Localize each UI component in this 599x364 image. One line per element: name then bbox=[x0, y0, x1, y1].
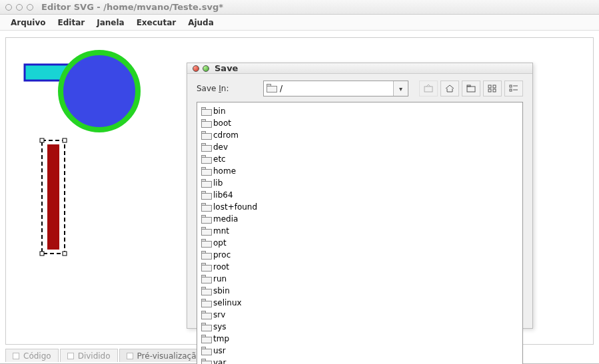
menu-arquivo[interactable]: Arquivo bbox=[5, 16, 51, 29]
save-in-value: / bbox=[279, 84, 393, 93]
save-in-combo[interactable]: / bbox=[263, 81, 408, 96]
svg-rect-2 bbox=[47, 144, 59, 250]
svg-rect-15 bbox=[510, 85, 512, 87]
tab-codigo[interactable]: Código bbox=[5, 349, 59, 362]
home-button[interactable] bbox=[440, 81, 459, 96]
folder-item[interactable]: usr bbox=[201, 345, 268, 356]
window-controls bbox=[5, 4, 33, 11]
chevron-down-icon[interactable] bbox=[393, 81, 408, 96]
folder-item[interactable]: sbin bbox=[201, 285, 268, 296]
folder-item[interactable]: opt bbox=[201, 237, 268, 248]
svg-rect-12 bbox=[493, 85, 496, 88]
folder-icon bbox=[201, 107, 211, 114]
dialog-title: Save bbox=[215, 63, 238, 73]
svg-rect-4 bbox=[40, 138, 44, 142]
folder-icon bbox=[201, 335, 211, 342]
svg-point-1 bbox=[61, 53, 138, 130]
folder-item[interactable]: cdrom bbox=[201, 129, 268, 140]
folder-icon bbox=[201, 359, 211, 364]
folder-item[interactable]: selinux bbox=[201, 297, 268, 308]
folder-icon bbox=[201, 347, 211, 354]
folder-item[interactable]: media bbox=[201, 213, 268, 224]
tab-label: Dividido bbox=[78, 351, 111, 361]
dialog-zoom-button[interactable] bbox=[203, 65, 209, 72]
folder-item[interactable]: lib64 bbox=[201, 189, 268, 200]
svg-rect-17 bbox=[510, 89, 512, 91]
folder-icon bbox=[201, 179, 211, 186]
folder-icon bbox=[201, 155, 211, 162]
folder-item[interactable]: var bbox=[201, 357, 268, 364]
folder-icon bbox=[201, 215, 211, 222]
save-in-label: Save In: bbox=[197, 84, 257, 93]
svg-rect-5 bbox=[63, 138, 67, 142]
window-titlebar: Editor SVG - /home/mvano/Teste.svg* bbox=[0, 0, 599, 15]
folder-item[interactable]: lost+found bbox=[201, 201, 268, 212]
menu-ajuda[interactable]: Ajuda bbox=[183, 16, 219, 29]
folder-item[interactable]: mnt bbox=[201, 225, 268, 236]
folder-icon bbox=[201, 239, 211, 246]
details-view-button[interactable] bbox=[504, 81, 523, 96]
window-title: Editor SVG - /home/mvano/Teste.svg* bbox=[41, 2, 223, 12]
menu-executar[interactable]: Executar bbox=[131, 16, 181, 29]
folder-item[interactable]: tmp bbox=[201, 333, 268, 344]
tab-dividido-icon bbox=[67, 353, 74, 359]
folder-item[interactable]: run bbox=[201, 273, 268, 284]
svg-rect-11 bbox=[488, 85, 491, 88]
close-window-button[interactable] bbox=[5, 4, 12, 11]
folder-item[interactable]: srv bbox=[201, 309, 268, 320]
save-in-row: Save In: Save In: / bbox=[197, 81, 523, 96]
new-folder-button[interactable] bbox=[462, 81, 480, 96]
folder-icon bbox=[201, 263, 211, 270]
tab-label: Código bbox=[23, 351, 51, 361]
dialog-close-button[interactable] bbox=[193, 65, 199, 72]
svg-rect-10 bbox=[467, 85, 470, 87]
dialog-controls bbox=[193, 65, 209, 72]
folder-item[interactable]: etc bbox=[201, 153, 268, 164]
svg-rect-13 bbox=[488, 89, 491, 92]
svg-rect-6 bbox=[40, 252, 44, 256]
folder-icon bbox=[201, 143, 211, 150]
folder-icon bbox=[201, 131, 211, 138]
tab-codigo-icon bbox=[13, 353, 19, 359]
folder-icon bbox=[264, 84, 279, 93]
folder-icon bbox=[201, 299, 211, 306]
folder-icon bbox=[201, 191, 211, 198]
folder-item[interactable]: proc bbox=[201, 249, 268, 260]
folder-icon bbox=[201, 275, 211, 282]
svg-rect-7 bbox=[63, 252, 67, 256]
folder-icon bbox=[201, 119, 211, 126]
menu-editar[interactable]: Editar bbox=[53, 16, 91, 29]
dialog-titlebar: Save bbox=[187, 63, 532, 74]
maximize-window-button[interactable] bbox=[27, 4, 33, 11]
folder-icon bbox=[201, 227, 211, 234]
tab-dividido[interactable]: Dividido bbox=[60, 349, 118, 362]
menu-janela[interactable]: Janela bbox=[91, 16, 129, 29]
up-folder-button[interactable] bbox=[419, 81, 438, 96]
folder-icon bbox=[201, 203, 211, 210]
menubar: Arquivo Editar Janela Executar Ajuda bbox=[0, 15, 599, 31]
tab-preview-icon bbox=[127, 353, 133, 359]
chooser-toolbar bbox=[419, 81, 523, 96]
folder-item[interactable]: boot bbox=[201, 117, 268, 128]
folder-item[interactable]: lib bbox=[201, 177, 268, 188]
svg-rect-14 bbox=[493, 89, 496, 92]
folder-item[interactable]: root bbox=[201, 261, 268, 272]
folder-item[interactable]: dev bbox=[201, 141, 268, 152]
folder-icon bbox=[201, 251, 211, 258]
dialog-body: Save In: Save In: / bbox=[187, 74, 532, 364]
folder-item[interactable]: bin bbox=[201, 105, 268, 116]
folder-list[interactable]: bin boot cdrom dev etc home lib lib64 lo… bbox=[197, 102, 523, 364]
folder-item[interactable]: sys bbox=[201, 321, 268, 332]
list-view-button[interactable] bbox=[483, 81, 502, 96]
folder-icon bbox=[201, 311, 211, 318]
folder-item[interactable]: home bbox=[201, 165, 268, 176]
minimize-window-button[interactable] bbox=[16, 4, 23, 11]
folder-icon bbox=[201, 287, 211, 294]
svg-preview-content bbox=[6, 38, 179, 304]
svg-rect-9 bbox=[467, 87, 475, 92]
svg-rect-8 bbox=[424, 87, 432, 92]
folder-icon bbox=[201, 167, 211, 174]
folder-icon bbox=[201, 323, 211, 330]
editor-window: Editor SVG - /home/mvano/Teste.svg* Arqu… bbox=[0, 0, 599, 364]
save-dialog: Save Save In: Save In: / bbox=[187, 63, 533, 329]
